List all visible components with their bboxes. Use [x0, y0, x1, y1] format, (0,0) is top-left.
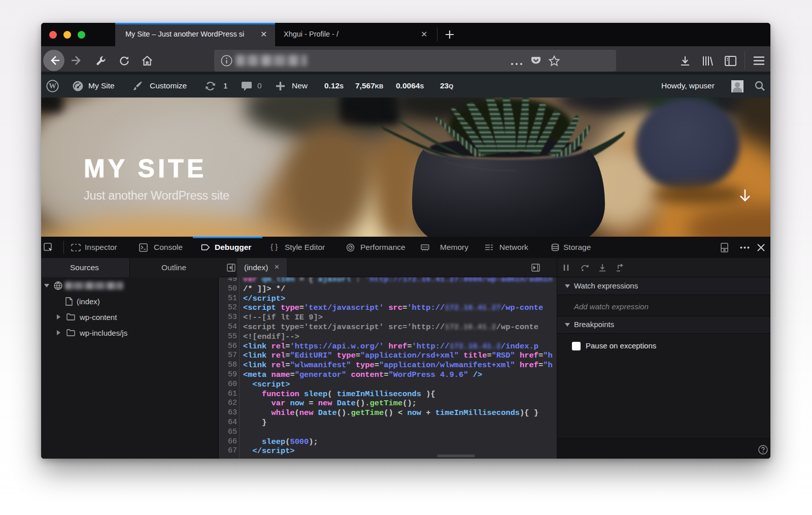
- svg-text:W: W: [49, 82, 56, 90]
